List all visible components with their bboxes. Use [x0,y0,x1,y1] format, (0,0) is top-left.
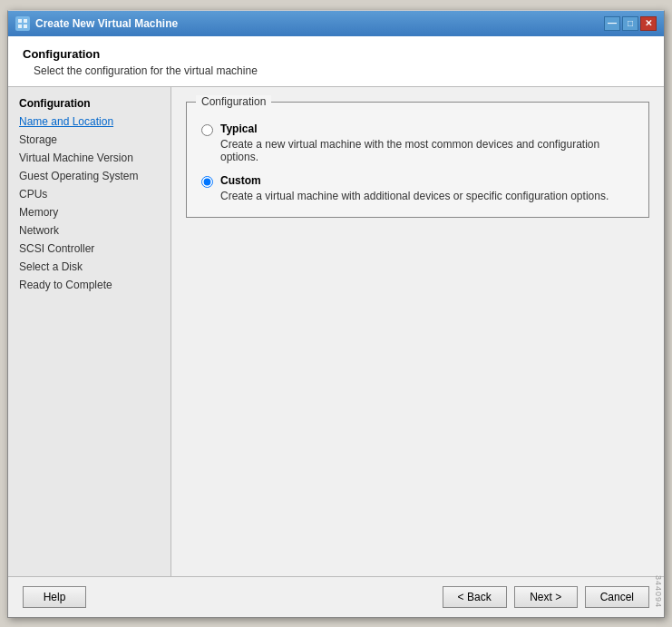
typical-label: Typical [220,122,634,135]
svg-rect-2 [18,24,22,28]
typical-desc: Create a new virtual machine with the mo… [220,138,634,163]
header-section: Configuration Select the configuration f… [8,36,664,87]
sidebar-item-configuration[interactable]: Configuration [8,94,170,113]
footer: Help < Back Next > Cancel [8,576,664,617]
sidebar-item-scsi: SCSI Controller [8,240,170,258]
header-title: Configuration [23,47,649,61]
typical-radio[interactable] [201,124,213,136]
back-button[interactable]: < Back [443,586,507,608]
footer-right: < Back Next > Cancel [443,586,649,608]
custom-option: Custom Create a virtual machine with add… [201,174,634,202]
close-button[interactable]: ✕ [640,16,657,31]
next-button[interactable]: Next > [514,586,578,608]
maximize-button[interactable]: □ [622,16,638,31]
title-bar: Create New Virtual Machine — □ ✕ [8,11,664,36]
svg-rect-3 [24,24,27,28]
sidebar-item-vm-version: Virtual Machine Version [8,149,170,167]
svg-rect-1 [24,19,27,23]
window-icon [15,16,30,31]
sidebar-item-select-disk: Select a Disk [8,258,170,276]
svg-rect-0 [18,19,22,23]
config-group-legend: Configuration [196,95,271,108]
help-button[interactable]: Help [23,586,86,608]
sidebar-item-guest-os: Guest Operating System [8,167,170,185]
cancel-button[interactable]: Cancel [585,586,649,608]
content-area: Configuration Typical Create a new virtu… [171,87,664,576]
sidebar-item-memory: Memory [8,203,170,221]
watermark: 344094 [654,575,663,608]
footer-left: Help [23,586,86,608]
sidebar-item-ready: Ready to Complete [8,276,170,294]
window-title: Create New Virtual Machine [35,17,604,30]
custom-radio[interactable] [201,176,213,188]
sidebar-item-network: Network [8,221,170,240]
custom-label: Custom [220,174,609,187]
main-window: Create New Virtual Machine — □ ✕ Configu… [7,10,665,618]
minimize-button[interactable]: — [604,16,620,31]
sidebar-item-name-location[interactable]: Name and Location [8,113,170,131]
sidebar: Configuration Name and Location Storage … [8,87,171,576]
custom-desc: Create a virtual machine with additional… [220,190,609,202]
configuration-group: Configuration Typical Create a new virtu… [186,102,649,218]
header-subtitle: Select the configuration for the virtual… [23,64,649,77]
sidebar-item-storage: Storage [8,131,170,149]
main-content: Configuration Name and Location Storage … [8,87,664,576]
typical-option: Typical Create a new virtual machine wit… [201,122,634,163]
window-controls: — □ ✕ [604,16,657,31]
sidebar-item-cpus: CPUs [8,185,170,203]
